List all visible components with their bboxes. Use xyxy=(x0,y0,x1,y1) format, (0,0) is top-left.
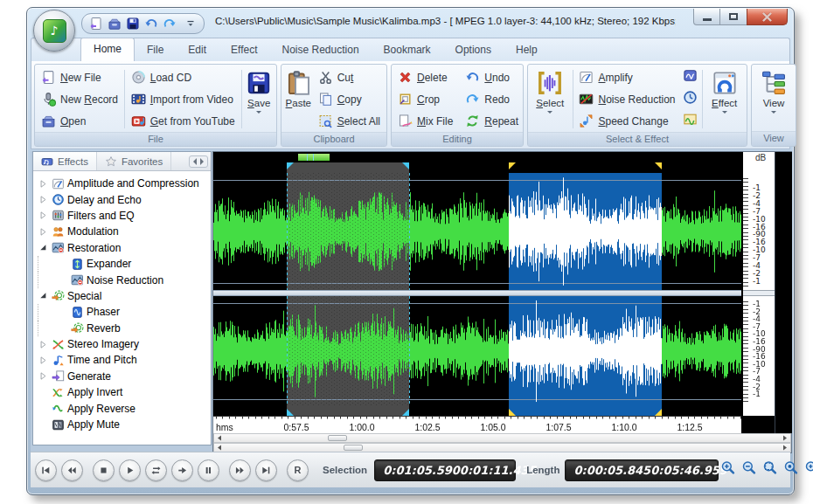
ribbon-button-open[interactable]: Open xyxy=(37,110,122,132)
skip-end-button[interactable] xyxy=(255,459,277,481)
tree-item-restoration[interactable]: Restoration xyxy=(38,240,211,256)
ribbon-button-cut[interactable]: Cut xyxy=(314,66,385,88)
ribbon-button-repeat[interactable]: Repeat xyxy=(461,110,523,132)
tree-item-noise-reduction[interactable]: Noise Reduction xyxy=(38,272,211,287)
tree-item-stereo-imagery[interactable]: Stereo Imagery xyxy=(38,336,211,352)
record-button[interactable]: R xyxy=(287,459,309,481)
ribbon-button-copy[interactable]: Copy xyxy=(314,88,385,110)
tree-item-reverb[interactable]: Reverb xyxy=(38,321,211,336)
app-menu-orb[interactable]: ♪ xyxy=(33,10,75,52)
expand-arrow-icon[interactable] xyxy=(38,339,49,350)
expand-arrow-icon[interactable] xyxy=(38,178,49,190)
zoom-selection-button[interactable] xyxy=(761,460,780,480)
waveform-panel[interactable]: hms0:57.51:00.01:02.51:05.01:07.51:10.01… xyxy=(212,151,792,453)
ribbon-button-view[interactable]: View xyxy=(754,66,794,131)
ribbon-button-save[interactable]: Save xyxy=(243,66,274,132)
zoom-out-button[interactable] xyxy=(740,460,759,480)
tree-item-filters-and-eq[interactable]: Filters and EQ xyxy=(38,208,211,224)
minimize-button[interactable] xyxy=(693,9,720,25)
preset-button-preset-time[interactable] xyxy=(683,90,698,108)
ribbon-button-redo[interactable]: Redo xyxy=(461,88,523,110)
fast-forward-button[interactable] xyxy=(229,459,251,481)
tab-edit[interactable]: Edit xyxy=(176,39,219,61)
tree-item-apply-mute[interactable]: Apply Mute xyxy=(38,417,211,432)
ribbon-button-load-cd[interactable]: Load CD xyxy=(127,66,240,88)
tree-item-amplitude-and-compression[interactable]: Amplitude and Compression xyxy=(38,176,211,191)
close-button[interactable] xyxy=(747,9,788,25)
zoom-in-button[interactable] xyxy=(719,460,738,480)
tab-noise-reduction[interactable]: Noise Reduction xyxy=(270,39,372,61)
ribbon-button-effect[interactable]: Effect xyxy=(704,66,745,132)
tree-item-delay-and-echo[interactable]: Delay and Echo xyxy=(38,191,211,207)
tree-item-time-and-pitch[interactable]: Time and Pitch xyxy=(38,352,211,368)
sidebar-tab-scroll[interactable] xyxy=(189,155,208,168)
selection-end-value: 0:01:11.435 xyxy=(460,464,537,477)
collapse-arrow-icon[interactable] xyxy=(38,290,49,301)
tree-item-apply-invert[interactable]: Apply Invert xyxy=(38,384,211,400)
ribbon-button-import-from-video[interactable]: Import from Video xyxy=(127,88,240,110)
tree-item-special[interactable]: Special xyxy=(38,288,211,304)
tab-effect[interactable]: Effect xyxy=(219,39,269,61)
loop-button[interactable] xyxy=(145,459,167,481)
ribbon-button-crop[interactable]: Crop xyxy=(393,88,457,110)
tree-item-expander[interactable]: Expander xyxy=(38,256,211,272)
zoom-vertical-in-button[interactable] xyxy=(803,460,813,480)
scroll-left-arrow[interactable] xyxy=(214,444,225,452)
scroll-thumb[interactable] xyxy=(344,445,363,451)
qat-qat-new-button[interactable] xyxy=(89,17,103,31)
title-bar[interactable]: ♪ C:\Users\Public\Music\Sample Music\Kal… xyxy=(27,8,794,38)
ribbon-button-paste[interactable]: Paste xyxy=(283,66,314,132)
ribbon-button-new-record[interactable]: New Record xyxy=(37,88,122,110)
ribbon-button-amplify[interactable]: Amplify xyxy=(574,66,679,88)
tab-home[interactable]: Home xyxy=(80,38,135,61)
tree-item-modulation[interactable]: Modulation xyxy=(38,224,211,239)
expand-arrow-icon[interactable] xyxy=(38,355,49,366)
collapse-arrow-icon[interactable] xyxy=(38,242,49,253)
toolbar-overflow-button[interactable] xyxy=(184,17,197,30)
button-label: Get from YouTube xyxy=(150,115,235,128)
scroll-thumb[interactable] xyxy=(328,435,347,441)
scroll-right-arrow[interactable] xyxy=(780,434,790,442)
qat-qat-save-button[interactable] xyxy=(126,17,140,31)
tab-options[interactable]: Options xyxy=(443,39,504,61)
ribbon-button-mix-file[interactable]: Mix File xyxy=(393,110,457,132)
ribbon-button-select-all[interactable]: Select All xyxy=(314,110,385,132)
sidebar-tab-favorites[interactable]: Favorites xyxy=(97,152,171,170)
expand-arrow-icon[interactable] xyxy=(38,370,49,382)
ribbon-button-select[interactable]: Select xyxy=(530,66,571,132)
tree-item-phaser[interactable]: Phaser xyxy=(38,304,211,320)
qat-qat-open-button[interactable] xyxy=(108,17,122,31)
ribbon-button-noise-reduction[interactable]: Noise Reduction xyxy=(574,88,679,110)
stop-button[interactable] xyxy=(93,459,115,481)
zoom-full-button[interactable] xyxy=(782,460,801,480)
expand-arrow-icon[interactable] xyxy=(38,226,49,238)
qat-undo-button[interactable] xyxy=(144,17,158,31)
ribbon-button-delete[interactable]: Delete xyxy=(393,66,457,88)
expand-arrow-icon[interactable] xyxy=(38,194,49,205)
sidebar-tab-effects[interactable]: Effects xyxy=(33,152,97,170)
tree-item-apply-reverse[interactable]: Apply Reverse xyxy=(38,400,211,416)
play-button[interactable] xyxy=(119,459,141,481)
qat-redo-button[interactable] xyxy=(163,17,177,31)
expand-arrow-icon[interactable] xyxy=(38,210,49,221)
tab-help[interactable]: Help xyxy=(504,39,550,61)
preset-button-preset-eq[interactable] xyxy=(683,68,698,86)
skip-start-button[interactable] xyxy=(35,459,57,481)
pause-button[interactable] xyxy=(198,459,219,481)
ribbon-button-undo[interactable]: Undo xyxy=(461,66,523,88)
waveform-left-channel[interactable] xyxy=(213,173,741,290)
tab-bookmark[interactable]: Bookmark xyxy=(372,39,443,61)
ribbon-button-speed-change[interactable]: Speed Change xyxy=(574,110,679,132)
preset-button-preset-filter[interactable] xyxy=(683,112,698,130)
rewind-button[interactable] xyxy=(61,459,83,481)
scroll-left-arrow[interactable] xyxy=(214,434,225,442)
forward-button[interactable] xyxy=(171,459,193,481)
waveform-right-channel[interactable] xyxy=(213,296,741,406)
tab-file[interactable]: File xyxy=(135,39,176,61)
ribbon-button-new-file[interactable]: New File xyxy=(37,66,122,88)
maximize-button[interactable] xyxy=(720,9,747,25)
tree-item-generate[interactable]: Generate xyxy=(38,369,211,384)
scroll-right-arrow[interactable] xyxy=(780,444,790,452)
waveform-h-scrollbar[interactable] xyxy=(213,433,791,443)
ribbon-button-get-from-youtube[interactable]: Get from YouTube xyxy=(127,110,240,132)
